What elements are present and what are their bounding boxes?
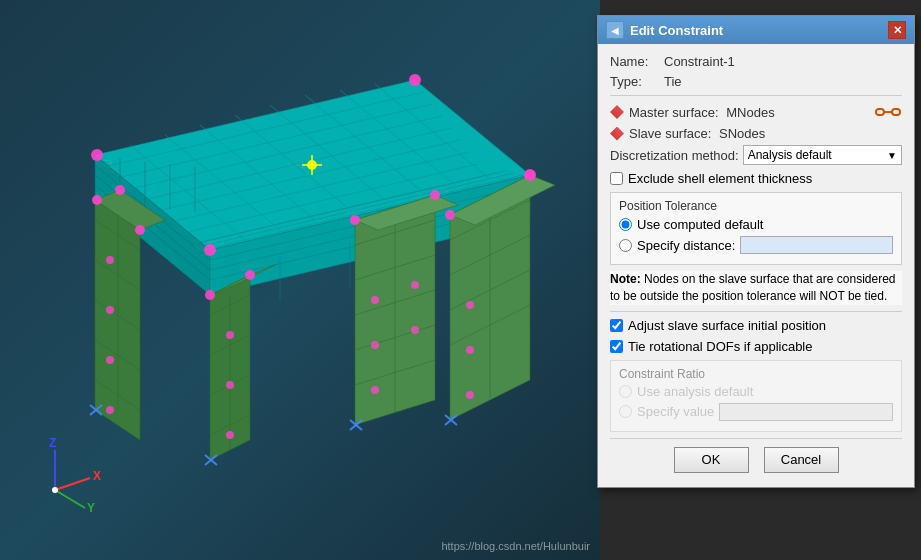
dialog-title: Edit Constraint xyxy=(630,23,723,38)
note-text: Nodes on the slave surface that are cons… xyxy=(610,272,896,303)
name-value: Constraint-1 xyxy=(664,54,735,69)
specify-value-radio xyxy=(619,405,632,418)
analysis-default-radio xyxy=(619,385,632,398)
slave-surface-label: Slave surface: SNodes xyxy=(629,126,765,141)
close-button[interactable]: ✕ xyxy=(888,21,906,39)
adjust-slave-checkbox[interactable] xyxy=(610,319,623,332)
analysis-default-row: Use analysis default xyxy=(619,384,893,399)
svg-point-90 xyxy=(226,431,234,439)
specify-value-input xyxy=(719,403,893,421)
computed-default-row: Use computed default xyxy=(619,217,893,232)
discretization-select[interactable]: Analysis default ▼ xyxy=(743,145,902,165)
dialog-body: Name: Constraint-1 Type: Tie Master surf… xyxy=(598,44,914,487)
master-surface-label: Master surface: MNodes xyxy=(629,105,775,120)
exclude-shell-checkbox[interactable] xyxy=(610,172,623,185)
master-surface-icon xyxy=(610,105,624,119)
svg-point-98 xyxy=(411,326,419,334)
slave-surface-row: Slave surface: SNodes xyxy=(610,126,902,141)
back-button[interactable]: ◀ xyxy=(606,21,624,39)
type-value: Tie xyxy=(664,74,682,89)
svg-point-80 xyxy=(445,210,455,220)
svg-point-94 xyxy=(371,296,379,304)
svg-point-84 xyxy=(106,256,114,264)
cancel-button[interactable]: Cancel xyxy=(764,447,839,473)
type-label: Type: xyxy=(610,74,660,89)
svg-point-116 xyxy=(52,487,58,493)
adjust-slave-label: Adjust slave surface initial position xyxy=(628,318,826,333)
slave-surface-icon xyxy=(610,127,624,141)
svg-point-83 xyxy=(430,190,440,200)
svg-point-95 xyxy=(371,341,379,349)
svg-point-71 xyxy=(91,149,103,161)
svg-point-87 xyxy=(106,406,114,414)
svg-text:Z: Z xyxy=(49,436,56,450)
svg-point-77 xyxy=(115,185,125,195)
tie-rotational-label: Tie rotational DOFs if applicable xyxy=(628,339,813,354)
constraint-ratio-section: Constraint Ratio Use analysis default Sp… xyxy=(610,360,902,432)
specify-distance-input[interactable] xyxy=(740,236,893,254)
discretization-label: Discretization method: xyxy=(610,148,739,163)
svg-point-82 xyxy=(350,215,360,225)
dialog-titlebar: ◀ Edit Constraint ✕ xyxy=(598,16,914,44)
svg-text:X: X xyxy=(93,469,101,483)
button-row: OK Cancel xyxy=(610,438,902,477)
svg-point-93 xyxy=(466,391,474,399)
adjust-slave-row: Adjust slave surface initial position xyxy=(610,318,902,333)
svg-point-97 xyxy=(411,281,419,289)
tie-rotational-row: Tie rotational DOFs if applicable xyxy=(610,339,902,354)
svg-point-72 xyxy=(409,74,421,86)
svg-text:Y: Y xyxy=(87,501,95,515)
constraint-ratio-title: Constraint Ratio xyxy=(619,367,893,381)
svg-point-75 xyxy=(92,195,102,205)
specify-distance-radio[interactable] xyxy=(619,239,632,252)
svg-marker-41 xyxy=(95,200,140,440)
specify-value-row: Specify value xyxy=(619,403,893,421)
computed-default-label: Use computed default xyxy=(637,217,763,232)
exclude-shell-label: Exclude shell element thickness xyxy=(628,171,812,186)
svg-point-92 xyxy=(466,346,474,354)
master-surface-value: MNodes xyxy=(726,105,774,120)
name-label: Name: xyxy=(610,54,660,69)
svg-point-76 xyxy=(135,225,145,235)
svg-rect-118 xyxy=(892,109,900,115)
svg-point-86 xyxy=(106,356,114,364)
svg-point-81 xyxy=(525,170,535,180)
svg-point-91 xyxy=(466,301,474,309)
tie-rotational-checkbox[interactable] xyxy=(610,340,623,353)
svg-point-89 xyxy=(226,381,234,389)
svg-point-74 xyxy=(204,244,216,256)
note-box: Note: Nodes on the slave surface that ar… xyxy=(610,271,902,305)
svg-point-79 xyxy=(245,270,255,280)
svg-point-85 xyxy=(106,306,114,314)
svg-point-78 xyxy=(205,290,215,300)
svg-point-96 xyxy=(371,386,379,394)
specify-distance-label: Specify distance: xyxy=(637,238,735,253)
master-surface-row: Master surface: MNodes xyxy=(610,102,902,122)
svg-point-88 xyxy=(226,331,234,339)
viewport: Z X Y https://blog.csdn.net/Hulunbuir xyxy=(0,0,600,560)
type-row: Type: Tie xyxy=(610,74,902,89)
surface-link-icon xyxy=(874,102,902,122)
computed-default-radio[interactable] xyxy=(619,218,632,231)
specify-value-label: Specify value xyxy=(637,404,714,419)
watermark: https://blog.csdn.net/Hulunbuir xyxy=(441,540,590,552)
edit-constraint-dialog: ◀ Edit Constraint ✕ Name: Constraint-1 T… xyxy=(597,15,915,488)
slave-surface-value: SNodes xyxy=(719,126,765,141)
ok-button[interactable]: OK xyxy=(674,447,749,473)
exclude-shell-row: Exclude shell element thickness xyxy=(610,171,902,186)
position-tolerance-section: Position Tolerance Use computed default … xyxy=(610,192,902,265)
position-tolerance-title: Position Tolerance xyxy=(619,199,893,213)
name-row: Name: Constraint-1 xyxy=(610,54,902,69)
svg-rect-117 xyxy=(876,109,884,115)
discretization-row: Discretization method: Analysis default … xyxy=(610,145,902,165)
note-label: Note: xyxy=(610,272,641,286)
analysis-default-label: Use analysis default xyxy=(637,384,753,399)
specify-distance-row: Specify distance: xyxy=(619,236,893,254)
